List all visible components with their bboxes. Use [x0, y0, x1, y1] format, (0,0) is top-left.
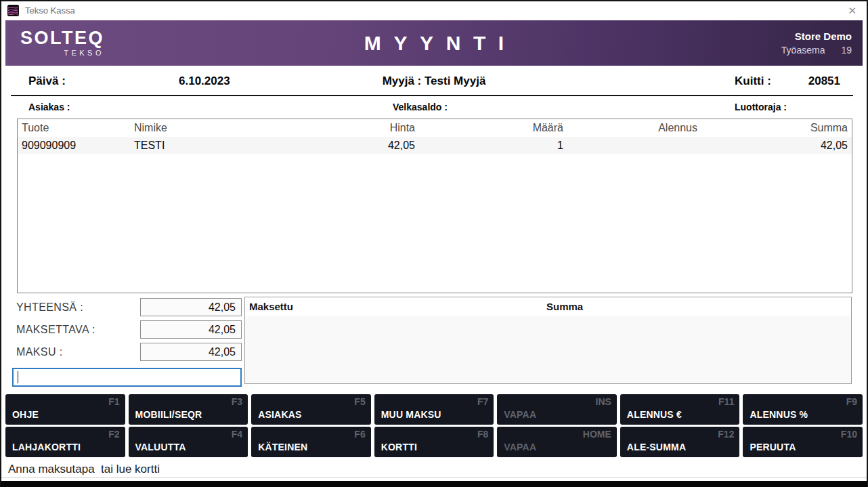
button-fkey: INS: [596, 396, 611, 407]
total-value-box: 42,05: [140, 298, 242, 316]
store-info: Store Demo Työasema19: [781, 30, 863, 56]
customer-info-row: Asiakas : Velkasaldo : Luottoraja :: [1, 96, 867, 119]
button-fkey: F3: [232, 396, 242, 407]
title-bar: Tekso Kassa ✕: [1, 1, 867, 20]
sum-column-header: Summa: [546, 301, 583, 312]
button-label: VAPAA: [504, 442, 536, 452]
app-icon: [7, 5, 19, 16]
receipt-number: 20851: [808, 75, 840, 88]
column-header: Hinta: [311, 122, 419, 134]
store-name: Store Demo: [781, 30, 852, 42]
total-value-box: 42,05: [140, 343, 242, 361]
button-fkey: F10: [841, 429, 857, 440]
function-button-valuutta[interactable]: VALUUTTAF4: [129, 427, 248, 457]
button-label: MUU MAKSU: [381, 409, 441, 420]
button-fkey: F12: [718, 429, 734, 440]
total-label: MAKSU :: [16, 346, 63, 358]
workstation-number: 19: [841, 45, 852, 56]
function-button-vapaa: VAPAAHOME: [497, 427, 617, 457]
function-button-ohje[interactable]: OHJEF1: [5, 394, 125, 425]
date-label: Päivä :: [28, 75, 66, 88]
function-button-muu-maksu[interactable]: MUU MAKSUF7: [374, 394, 494, 425]
button-label: ALENNUS €: [627, 409, 682, 420]
payment-input[interactable]: [12, 368, 242, 387]
customer-label: Asiakas :: [28, 102, 70, 112]
column-header: Alennus: [567, 122, 701, 134]
total-label: YHTEENSÄ :: [16, 301, 83, 314]
function-button-grid: OHJEF1MOBIILI/SEQRF3ASIAKASF5MUU MAKSUF7…: [5, 394, 863, 457]
button-fkey: F4: [232, 429, 242, 440]
paid-column-header: Maksettu: [249, 301, 293, 312]
text-caret: [18, 371, 18, 383]
workstation-label: Työasema: [781, 45, 825, 56]
button-fkey: F1: [108, 396, 119, 407]
function-button-lahjakortti[interactable]: LAHJAKORTTIF2: [5, 427, 125, 457]
button-label: KÄTEINEN: [258, 442, 307, 452]
table-header-row: TuoteNimikeHintaMääräAlennusSumma: [18, 119, 852, 137]
solteq-logo: SOLTEQ TEKSO: [20, 29, 104, 57]
logo-sub-text: TEKSO: [64, 49, 104, 57]
button-fkey: F7: [477, 396, 488, 407]
column-header: Nimike: [130, 122, 311, 134]
function-button-asiakas[interactable]: ASIAKASF5: [251, 394, 371, 425]
page-title: MYYNTI: [351, 32, 517, 55]
button-label: ALE-SUMMA: [627, 442, 686, 452]
credit-limit-label: Luottoraja :: [735, 102, 787, 112]
table-cell: 1: [419, 140, 567, 152]
seller-label: Myyjä : Testi Myyjä: [383, 75, 486, 88]
button-label: MOBIILI/SEQR: [135, 409, 202, 420]
column-header: Summa: [701, 122, 852, 134]
paid-list-panel: Maksettu Summa: [244, 297, 852, 384]
button-fkey: F8: [477, 429, 488, 440]
button-label: VAPAA: [504, 409, 536, 420]
function-button-alennus-[interactable]: ALENNUS €F11: [620, 394, 740, 425]
receipt-info-row: Päivä : 6.10.2023 Myyjä : Testi Myyjä Ku…: [1, 66, 867, 95]
table-body: 909090909TESTI42,05142,05: [18, 137, 852, 154]
button-label: PERUUTA: [750, 442, 796, 452]
button-fkey: F5: [354, 396, 365, 407]
button-label: ALENNUS %: [750, 409, 808, 420]
function-button-peruuta[interactable]: PERUUTAF10: [743, 427, 863, 457]
button-label: OHJE: [12, 409, 39, 420]
table-row[interactable]: 909090909TESTI42,05142,05: [18, 137, 852, 154]
function-button-mobiili-seqr[interactable]: MOBIILI/SEQRF3: [129, 394, 248, 425]
table-cell: 42,05: [701, 140, 852, 152]
button-label: VALUUTTA: [135, 442, 186, 452]
column-header: Määrä: [419, 122, 567, 134]
table-cell: 42,05: [311, 140, 419, 152]
paid-list-header: Maksettu Summa: [245, 297, 851, 316]
workstation-info: Työasema19: [781, 45, 852, 56]
button-fkey: F9: [846, 396, 857, 407]
button-label: KORTTI: [381, 442, 417, 452]
function-button-ale-summa[interactable]: ALE-SUMMAF12: [620, 427, 740, 457]
function-button-alennus-[interactable]: ALENNUS %F9: [743, 394, 863, 425]
logo-main-text: SOLTEQ: [20, 29, 104, 47]
table-cell: TESTI: [130, 140, 311, 152]
function-button-kortti[interactable]: KORTTIF8: [374, 427, 494, 457]
function-button-vapaa: VAPAAINS: [497, 394, 617, 425]
receipt-label: Kuitti :: [735, 75, 771, 88]
function-button-k-teinen[interactable]: KÄTEINENF6: [251, 427, 371, 457]
items-table: TuoteNimikeHintaMääräAlennusSumma 909090…: [17, 119, 852, 293]
button-fkey: F6: [354, 429, 365, 440]
button-label: LAHJAKORTTI: [12, 442, 81, 452]
date-value: 6.10.2023: [179, 75, 230, 88]
app-header: SOLTEQ TEKSO MYYNTI Store Demo Työasema1…: [5, 20, 863, 66]
button-fkey: HOME: [583, 429, 611, 440]
total-label: MAKSETTAVA :: [16, 324, 95, 336]
total-value-box: 42,05: [140, 320, 242, 339]
button-label: ASIAKAS: [258, 409, 301, 420]
table-cell: 909090909: [18, 140, 130, 152]
column-header: Tuote: [18, 122, 130, 134]
app-window: Tekso Kassa ✕ SOLTEQ TEKSO MYYNTI Store …: [0, 0, 868, 487]
button-fkey: F11: [718, 396, 734, 407]
status-bar: Anna maksutapa tai lue kortti: [1, 463, 867, 478]
window-title: Tekso Kassa: [25, 5, 75, 16]
close-icon[interactable]: ✕: [838, 5, 867, 17]
payment-zone: YHTEENSÄ :42,05MAKSETTAVA :42,05MAKSU :4…: [1, 297, 867, 387]
button-fkey: F2: [108, 429, 119, 440]
debt-balance-label: Velkasaldo :: [393, 102, 448, 112]
